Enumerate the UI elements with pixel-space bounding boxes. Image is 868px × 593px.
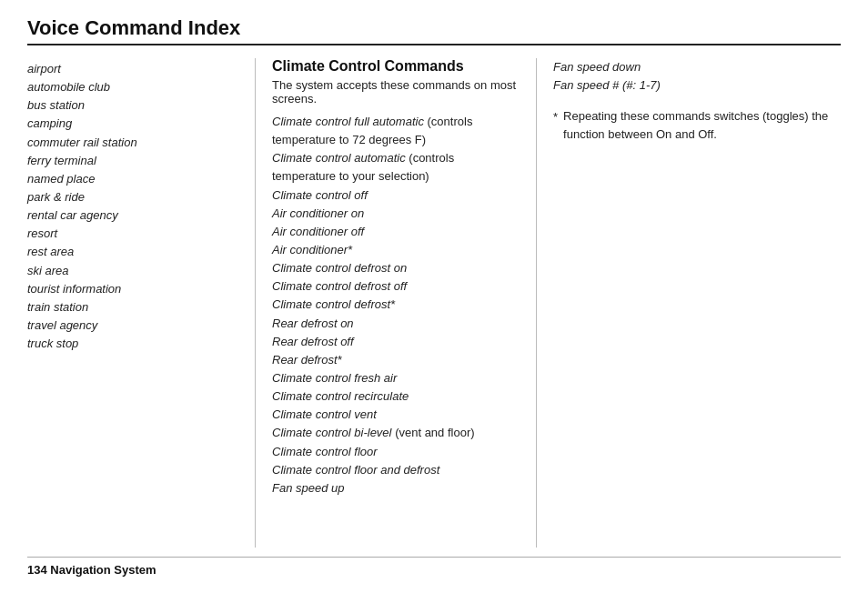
list-item: Climate control full automatic (controls…	[272, 113, 520, 149]
left-list: airportautomobile clubbus stationcamping…	[27, 60, 246, 353]
footer: 134 Navigation System	[27, 557, 841, 577]
list-item: ski area	[27, 262, 246, 280]
list-item: Fan speed # (#: 1-7)	[553, 76, 841, 95]
note-text: Repeating these commands switches (toggl…	[563, 107, 841, 143]
list-item: commuter rail station	[27, 134, 246, 152]
list-item: Climate control vent	[272, 406, 520, 424]
list-item: airport	[27, 60, 246, 78]
note-star: *	[553, 108, 558, 126]
list-item: Rear defrost on	[272, 315, 520, 333]
list-item: automobile club	[27, 78, 246, 96]
list-item: Climate control floor	[272, 443, 520, 461]
list-item: bus station	[27, 96, 246, 115]
list-item: rest area	[27, 243, 246, 261]
list-item: Climate control defrost on	[272, 259, 520, 277]
list-item: Climate control off	[272, 186, 520, 205]
right-note: * Repeating these commands switches (tog…	[553, 107, 841, 143]
list-item: rental car agency	[27, 206, 246, 225]
right-list: Fan speed downFan speed # (#: 1-7)	[553, 58, 841, 95]
list-item: Climate control bi-level (vent and floor…	[272, 424, 520, 442]
list-item: resort	[27, 225, 246, 243]
list-item: Air conditioner*	[272, 241, 520, 259]
list-item: Rear defrost off	[272, 333, 520, 351]
list-item: travel agency	[27, 317, 246, 335]
list-item: train station	[27, 298, 246, 317]
center-column: Climate Control Commands The system acce…	[255, 58, 537, 548]
list-item: Fan speed up	[272, 479, 520, 498]
list-item: Fan speed down	[553, 58, 841, 76]
list-item: Climate control automatic (controls temp…	[272, 149, 520, 186]
list-item: truck stop	[27, 335, 246, 353]
title-row: Voice Command Index	[27, 16, 841, 45]
list-item: park & ride	[27, 188, 246, 206]
section-intro: The system accepts these commands on mos…	[272, 78, 520, 106]
page-container: Voice Command Index airportautomobile cl…	[0, 0, 868, 593]
list-item: Climate control fresh air	[272, 369, 520, 387]
list-item: tourist information	[27, 280, 246, 298]
list-item: Air conditioner on	[272, 205, 520, 223]
section-title: Climate Control Commands	[272, 58, 520, 75]
list-item: ferry terminal	[27, 152, 246, 170]
page-title: Voice Command Index	[27, 16, 240, 40]
footer-text: 134 Navigation System	[27, 563, 156, 577]
right-column: Fan speed downFan speed # (#: 1-7) * Rep…	[537, 58, 841, 548]
list-item: Climate control recirculate	[272, 387, 520, 406]
list-item: Air conditioner off	[272, 223, 520, 241]
list-item: Climate control defrost*	[272, 296, 520, 314]
list-item: Climate control defrost off	[272, 277, 520, 296]
list-item: Rear defrost*	[272, 351, 520, 369]
list-item: Climate control floor and defrost	[272, 461, 520, 479]
list-item: named place	[27, 170, 246, 188]
command-list: Climate control full automatic (controls…	[272, 113, 520, 498]
list-item: camping	[27, 115, 246, 133]
content-row: airportautomobile clubbus stationcamping…	[27, 58, 841, 548]
left-column: airportautomobile clubbus stationcamping…	[27, 58, 255, 548]
